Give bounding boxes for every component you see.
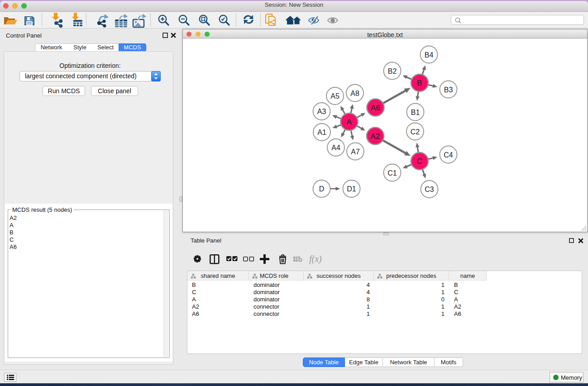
svg-text:C3: C3 — [425, 186, 434, 193]
svg-text:A8: A8 — [350, 90, 359, 97]
svg-text:B4: B4 — [425, 51, 434, 59]
svg-text:C4: C4 — [444, 151, 453, 159]
svg-text:C1: C1 — [387, 169, 397, 177]
svg-text:A2: A2 — [371, 132, 380, 141]
svg-text:B1: B1 — [411, 109, 420, 116]
svg-text:A7: A7 — [351, 148, 360, 156]
svg-text:B: B — [417, 79, 422, 87]
svg-text:C: C — [417, 157, 422, 166]
svg-text:C2: C2 — [411, 128, 420, 136]
svg-text:B3: B3 — [444, 86, 453, 94]
svg-text:A4: A4 — [331, 144, 340, 152]
svg-text:A3: A3 — [317, 108, 326, 115]
svg-text:A1: A1 — [317, 129, 326, 136]
svg-text:A: A — [347, 118, 352, 126]
svg-text:D1: D1 — [347, 185, 356, 193]
svg-text:A6: A6 — [371, 104, 380, 112]
svg-text:A5: A5 — [330, 92, 339, 100]
svg-text:B2: B2 — [388, 67, 397, 75]
svg-text:f(x): f(x) — [309, 254, 322, 264]
svg-text:D: D — [319, 185, 325, 193]
